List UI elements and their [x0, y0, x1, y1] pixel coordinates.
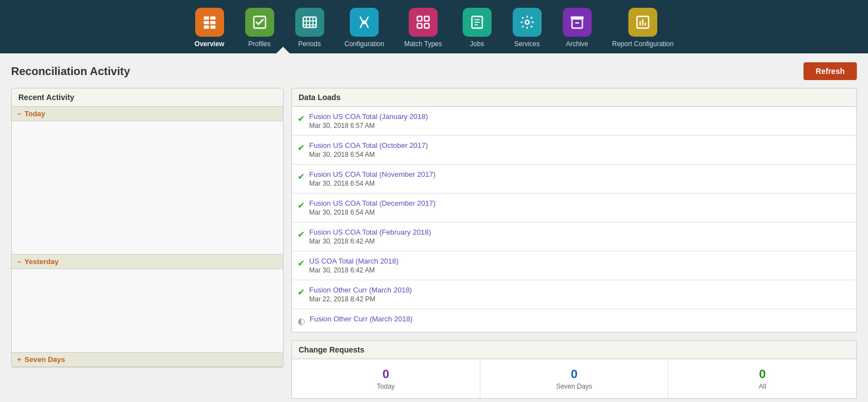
nav-icon-configuration [350, 8, 379, 37]
data-load-title[interactable]: Fusion US COA Total (January 2018) [309, 112, 428, 121]
main-columns: Recent Activity − Today − Yesterday + Se… [11, 88, 857, 399]
data-load-title[interactable]: US COA Total (March 2018) [309, 257, 399, 265]
svg-rect-14 [417, 17, 421, 21]
nav-label-services: Services [514, 40, 540, 48]
right-panel: Data Loads ✔Fusion US COA Total (January… [291, 88, 857, 399]
nav-label-archive: Archive [566, 40, 588, 48]
svg-rect-17 [424, 23, 429, 28]
nav-item-profiles[interactable]: Profiles [235, 4, 285, 53]
cr-stat-value: 0 [297, 367, 474, 381]
data-load-text: Fusion US COA Total (October 2017)Mar 30… [309, 141, 428, 158]
check-icon: ✔ [297, 142, 305, 153]
svg-rect-1 [210, 17, 215, 20]
svg-rect-3 [210, 21, 215, 24]
data-load-title[interactable]: Fusion US COA Total (February 2018) [309, 228, 431, 236]
nav-indicator [276, 47, 290, 53]
data-load-item: ◐Fusion Other Curr (March 2018) [292, 309, 856, 332]
change-requests-panel: Change Requests 0Today0Seven Days0All [291, 340, 857, 399]
nav-item-periods[interactable]: Periods [285, 4, 335, 53]
check-icon: ✔ [297, 200, 305, 211]
nav-item-jobs[interactable]: Jobs [452, 4, 502, 53]
cr-stat-label: All [674, 383, 851, 390]
recent-activity-header: Recent Activity [12, 88, 283, 107]
svg-rect-0 [204, 17, 209, 20]
data-load-text: US COA Total (March 2018)Mar 30, 2018 6:… [309, 257, 399, 274]
nav-item-configuration[interactable]: Configuration [335, 4, 394, 53]
seven-days-section-header[interactable]: + Seven Days [12, 353, 283, 367]
check-icon: ✔ [297, 113, 305, 124]
svg-rect-29 [645, 23, 646, 26]
nav-icon-archive [563, 8, 592, 37]
cr-stat[interactable]: 0Seven Days [480, 359, 669, 398]
svg-rect-2 [204, 21, 209, 24]
svg-rect-5 [210, 26, 215, 29]
nav-item-report-configuration[interactable]: Report Configuration [602, 4, 684, 53]
top-nav: OverviewProfilesPeriodsConfigurationMatc… [0, 0, 868, 53]
cr-stat[interactable]: 0Today [292, 359, 480, 398]
check-icon: ✔ [297, 287, 305, 297]
data-loads-header: Data Loads [292, 88, 856, 107]
today-label: Today [24, 110, 45, 118]
check-icon: ✔ [297, 171, 305, 182]
cr-stat[interactable]: 0All [668, 359, 856, 398]
nav-label-configuration: Configuration [345, 40, 384, 48]
data-load-title[interactable]: Fusion Other Curr (March 2018) [310, 315, 413, 323]
svg-rect-24 [572, 19, 582, 28]
nav-label-jobs: Jobs [470, 40, 484, 48]
data-load-text: Fusion Other Curr (March 2018) [310, 315, 413, 323]
data-load-item: ✔Fusion US COA Total (October 2017)Mar 3… [292, 136, 856, 165]
yesterday-toggle-icon[interactable]: − [17, 258, 21, 266]
cr-stat-label: Today [297, 383, 474, 390]
today-section-body [12, 121, 283, 255]
data-load-title[interactable]: Fusion US COA Total (December 2017) [309, 199, 435, 207]
cr-stat-label: Seven Days [486, 383, 663, 390]
data-load-date: Mar 30, 2018 6:54 AM [309, 209, 435, 216]
page-header: Reconciliation Activity Refresh [11, 62, 857, 80]
yesterday-section-header[interactable]: − Yesterday [12, 255, 283, 269]
data-load-text: Fusion Other Curr (March 2018)Mar 22, 20… [309, 286, 412, 303]
data-load-item: ✔Fusion US COA Total (February 2018)Mar … [292, 222, 856, 251]
page-title: Reconciliation Activity [11, 65, 130, 78]
cr-stat-value: 0 [486, 367, 663, 381]
nav-icon-services [513, 8, 542, 37]
yesterday-section-body [12, 269, 283, 353]
svg-point-22 [525, 21, 529, 24]
data-load-item: ✔Fusion US COA Total (December 2017)Mar … [292, 193, 856, 222]
cr-stat-value: 0 [674, 367, 851, 381]
check-icon: ✔ [297, 258, 305, 269]
nav-item-match-types[interactable]: Match Types [394, 4, 452, 53]
nav-icon-profiles [245, 8, 274, 37]
data-loads-panel: Data Loads ✔Fusion US COA Total (January… [291, 88, 857, 332]
nav-label-match-types: Match Types [404, 40, 442, 48]
svg-point-13 [363, 21, 366, 24]
seven-days-toggle-icon[interactable]: + [17, 356, 21, 364]
nav-label-overview: Overview [195, 40, 224, 48]
yesterday-label: Yesterday [24, 257, 58, 266]
nav-icon-periods [295, 8, 324, 37]
today-section-header[interactable]: − Today [12, 107, 283, 121]
data-load-date: Mar 30, 2018 6:54 AM [309, 180, 435, 187]
data-load-text: Fusion US COA Total (November 2017)Mar 3… [309, 170, 435, 187]
nav-label-report-configuration: Report Configuration [612, 40, 674, 48]
data-load-title[interactable]: Fusion US COA Total (November 2017) [309, 170, 435, 178]
data-load-date: Mar 30, 2018 6:42 AM [309, 237, 431, 245]
data-load-title[interactable]: Fusion Other Curr (March 2018) [309, 286, 412, 294]
data-loads-list: ✔Fusion US COA Total (January 2018)Mar 3… [292, 107, 856, 332]
data-load-text: Fusion US COA Total (February 2018)Mar 3… [309, 228, 431, 245]
nav-icon-match-types [409, 8, 438, 37]
svg-rect-4 [204, 26, 209, 29]
data-load-item: ✔Fusion US COA Total (January 2018)Mar 3… [292, 107, 856, 136]
data-load-title[interactable]: Fusion US COA Total (October 2017) [309, 141, 428, 150]
content-area: Reconciliation Activity Refresh Recent A… [0, 53, 868, 402]
nav-icon-jobs [463, 8, 492, 37]
nav-item-overview[interactable]: Overview [185, 4, 235, 53]
data-load-date: Mar 30, 2018 6:42 AM [309, 266, 399, 274]
nav-item-archive[interactable]: Archive [552, 4, 602, 53]
today-toggle-icon[interactable]: − [17, 110, 21, 118]
svg-rect-15 [424, 17, 429, 21]
check-icon: ◐ [297, 316, 305, 326]
refresh-button[interactable]: Refresh [803, 62, 857, 80]
data-load-text: Fusion US COA Total (January 2018)Mar 30… [309, 112, 428, 130]
svg-rect-16 [417, 23, 421, 28]
nav-item-services[interactable]: Services [502, 4, 552, 53]
